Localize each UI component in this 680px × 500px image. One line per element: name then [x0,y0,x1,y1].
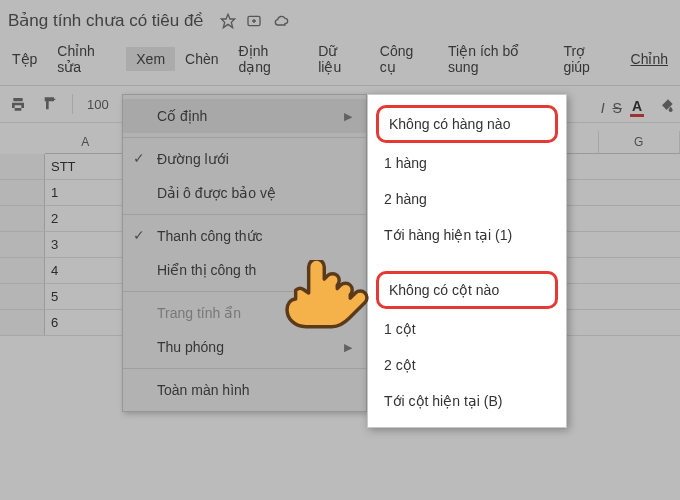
toolbar-format-group: I S A [601,98,680,117]
check-icon: ✓ [133,227,145,243]
submenu-item-two-rows[interactable]: 2 hàng [368,181,566,217]
check-icon: ✓ [133,150,145,166]
menu-item-protected[interactable]: Dải ô được bảo vệ [123,176,366,210]
menu-item-label: Dải ô được bảo vệ [157,185,276,201]
menu-item-label: Thanh công thức [157,228,263,244]
menu-divider [123,214,366,215]
menu-item-label: Đường lưới [157,151,229,167]
italic-button[interactable]: I [601,100,605,116]
submenu-label: 2 hàng [384,191,427,207]
menu-item-gridlines[interactable]: ✓ Đường lưới [123,142,366,176]
chevron-right-icon: ▶ [344,341,352,354]
view-menu-panel: Cố định ▶ ✓ Đường lưới Dải ô được bảo vệ… [122,94,367,412]
menu-item-label: Thu phóng [157,339,224,355]
menu-item-formula-bar[interactable]: ✓ Thanh công thức [123,219,366,253]
submenu-item-up-to-row[interactable]: Tới hàng hiện tại (1) [368,217,566,253]
submenu-item-two-cols[interactable]: 2 cột [368,347,566,383]
submenu-label: 1 hàng [384,155,427,171]
row-header[interactable] [0,284,45,309]
menu-divider [123,368,366,369]
col-header-a[interactable]: A [45,131,127,153]
submenu-label: Không có cột nào [389,282,499,298]
col-header-g[interactable]: G [599,131,681,153]
row-header[interactable] [0,232,45,257]
freeze-submenu: Không có hàng nào 1 hàng 2 hàng Tới hàng… [367,94,567,428]
menu-divider [123,137,366,138]
row-header[interactable] [0,180,45,205]
row-header[interactable] [0,258,45,283]
menu-item-freeze[interactable]: Cố định ▶ [123,99,366,133]
row-header[interactable] [0,206,45,231]
textcolor-button[interactable]: A [630,98,644,117]
submenu-item-one-col[interactable]: 1 cột [368,311,566,347]
menu-item-label: Trang tính ẩn [157,305,241,321]
row-header[interactable] [0,154,45,179]
submenu-label: Không có hàng nào [389,116,510,132]
pointing-hand-icon [282,260,370,338]
submenu-item-one-row[interactable]: 1 hàng [368,145,566,181]
menu-item-label: Hiển thị công th [157,262,256,278]
submenu-item-no-rows[interactable]: Không có hàng nào [376,105,558,143]
submenu-label: Tới hàng hiện tại (1) [384,227,512,243]
submenu-gap [368,253,566,269]
row-header[interactable] [0,310,45,335]
chevron-right-icon: ▶ [344,110,352,123]
menu-item-label: Cố định [157,108,207,124]
submenu-item-no-cols[interactable]: Không có cột nào [376,271,558,309]
submenu-label: 1 cột [384,321,416,337]
menu-item-fullscreen[interactable]: Toàn màn hình [123,373,366,407]
submenu-item-up-to-col[interactable]: Tới cột hiện tại (B) [368,383,566,419]
strike-button[interactable]: S [613,100,622,116]
fill-icon[interactable] [660,98,676,117]
submenu-label: Tới cột hiện tại (B) [384,393,502,409]
menu-item-label: Toàn màn hình [157,382,250,398]
submenu-label: 2 cột [384,357,416,373]
